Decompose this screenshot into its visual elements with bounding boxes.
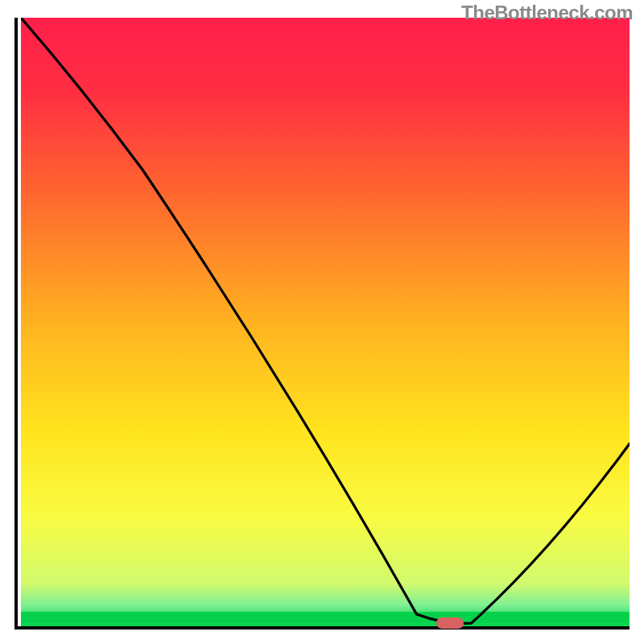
plot-area — [14, 18, 630, 630]
minimum-marker — [436, 617, 464, 629]
chart-container: TheBottleneck.com — [0, 0, 644, 644]
watermark-text: TheBottleneck.com — [461, 2, 633, 24]
bottleneck-curve — [21, 18, 630, 626]
